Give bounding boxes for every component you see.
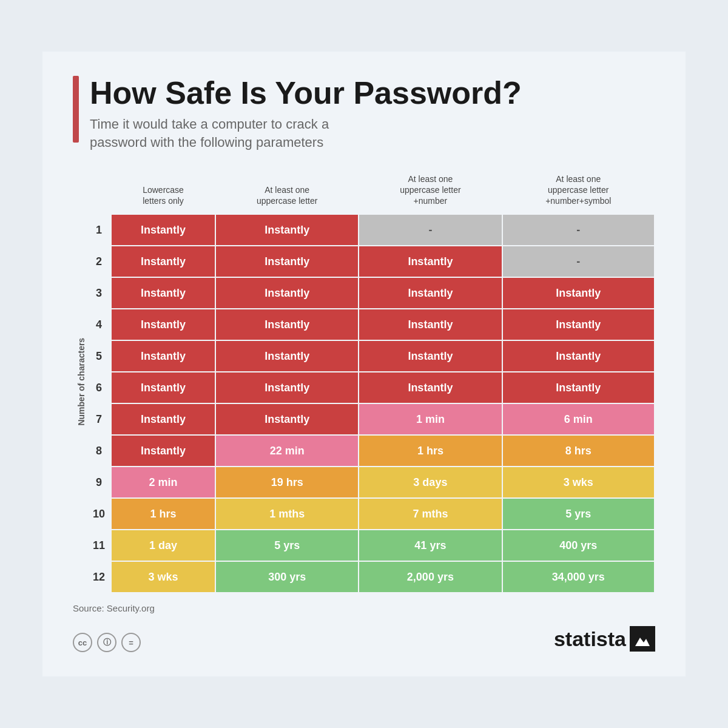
cell-r6-c2: Instantly xyxy=(215,372,359,403)
cell-r2-c1: Instantly xyxy=(111,246,215,277)
cell-r10-c2: 1 mths xyxy=(215,498,359,530)
cell-r8-c4: 8 hrs xyxy=(502,435,655,467)
cell-r9-c2: 19 hrs xyxy=(215,467,359,498)
cell-r9-c1: 2 min xyxy=(111,467,215,498)
cell-r3-c2: Instantly xyxy=(215,277,359,309)
table-row: 1InstantlyInstantly-- xyxy=(87,214,655,246)
row-number: 11 xyxy=(87,530,111,561)
table-row: 4InstantlyInstantlyInstantlyInstantly xyxy=(87,309,655,340)
header-col4: At least oneuppercase letter+number+symb… xyxy=(502,170,655,215)
row-number: 3 xyxy=(87,277,111,309)
cell-r2-c3: Instantly xyxy=(359,246,502,277)
cell-r3-c4: Instantly xyxy=(502,277,655,309)
table-row: 7InstantlyInstantly1 min6 min xyxy=(87,403,655,435)
row-number: 7 xyxy=(87,403,111,435)
cell-r4-c4: Instantly xyxy=(502,309,655,340)
cell-r12-c4: 34,000 yrs xyxy=(502,561,655,593)
row-number: 2 xyxy=(87,246,111,277)
cell-r12-c1: 3 wks xyxy=(111,561,215,593)
svg-marker-0 xyxy=(635,638,650,646)
cell-r10-c4: 5 yrs xyxy=(502,498,655,530)
row-number: 9 xyxy=(87,467,111,498)
red-accent-bar xyxy=(73,76,79,143)
title-text: How Safe Is Your Password? Time it would… xyxy=(90,76,522,152)
cell-r1-c1: Instantly xyxy=(111,214,215,246)
table-row: 101 hrs1 mths7 mths5 yrs xyxy=(87,498,655,530)
cell-r10-c1: 1 hrs xyxy=(111,498,215,530)
password-table: Lowercaseletters only At least oneupperc… xyxy=(86,170,655,594)
cc-attribution-icon: ⓘ xyxy=(97,633,116,652)
cell-r8-c2: 22 min xyxy=(215,435,359,467)
table-row: 2InstantlyInstantlyInstantly- xyxy=(87,246,655,277)
table-section: Number of characters Lowercaseletters on… xyxy=(73,170,655,594)
header-chars xyxy=(87,170,111,215)
cc-icon: cc xyxy=(73,633,92,652)
table-wrapper: Lowercaseletters only At least oneupperc… xyxy=(86,170,655,594)
row-number: 10 xyxy=(87,498,111,530)
cell-r6-c3: Instantly xyxy=(359,372,502,403)
cell-r4-c2: Instantly xyxy=(215,309,359,340)
y-axis-label: Number of characters xyxy=(73,170,86,594)
table-row: 111 day5 yrs41 yrs400 yrs xyxy=(87,530,655,561)
cell-r10-c3: 7 mths xyxy=(359,498,502,530)
cell-r1-c2: Instantly xyxy=(215,214,359,246)
cell-r6-c1: Instantly xyxy=(111,372,215,403)
title-block: How Safe Is Your Password? Time it would… xyxy=(73,76,655,152)
row-number: 8 xyxy=(87,435,111,467)
cell-r8-c3: 1 hrs xyxy=(359,435,502,467)
header-col3: At least oneuppercase letter+number xyxy=(359,170,502,215)
header-col1: Lowercaseletters only xyxy=(111,170,215,215)
cell-r1-c4: - xyxy=(502,214,655,246)
row-number: 4 xyxy=(87,309,111,340)
cell-r2-c2: Instantly xyxy=(215,246,359,277)
statista-text: statista xyxy=(554,627,626,651)
table-row: 6InstantlyInstantlyInstantlyInstantly xyxy=(87,372,655,403)
statista-logo: statista xyxy=(554,626,655,652)
statista-icon xyxy=(630,626,655,652)
cell-r7-c1: Instantly xyxy=(111,403,215,435)
header-col2: At least oneuppercase letter xyxy=(215,170,359,215)
cell-r5-c4: Instantly xyxy=(502,340,655,372)
cell-r4-c1: Instantly xyxy=(111,309,215,340)
row-number: 6 xyxy=(87,372,111,403)
source-text: Source: Security.org xyxy=(73,603,655,613)
cell-r7-c3: 1 min xyxy=(359,403,502,435)
cell-r11-c4: 400 yrs xyxy=(502,530,655,561)
table-row: 8Instantly22 min1 hrs8 hrs xyxy=(87,435,655,467)
cell-r4-c3: Instantly xyxy=(359,309,502,340)
cell-r9-c4: 3 wks xyxy=(502,467,655,498)
main-title: How Safe Is Your Password? xyxy=(90,76,522,110)
cc-noderivs-icon: = xyxy=(121,633,141,652)
cell-r11-c2: 5 yrs xyxy=(215,530,359,561)
infographic-card: How Safe Is Your Password? Time it would… xyxy=(42,52,686,676)
cell-r5-c2: Instantly xyxy=(215,340,359,372)
cell-r9-c3: 3 days xyxy=(359,467,502,498)
bottom-section: Source: Security.org cc ⓘ = statista xyxy=(73,603,655,652)
table-row: 123 wks300 yrs2,000 yrs34,000 yrs xyxy=(87,561,655,593)
cell-r7-c4: 6 min xyxy=(502,403,655,435)
row-number: 5 xyxy=(87,340,111,372)
table-body: 1InstantlyInstantly--2InstantlyInstantly… xyxy=(87,214,655,593)
row-number: 12 xyxy=(87,561,111,593)
cell-r5-c3: Instantly xyxy=(359,340,502,372)
cc-icons: cc ⓘ = xyxy=(73,633,141,652)
cell-r11-c1: 1 day xyxy=(111,530,215,561)
subtitle: Time it would take a computer to crack a… xyxy=(90,115,522,151)
table-row: 3InstantlyInstantlyInstantlyInstantly xyxy=(87,277,655,309)
row-number: 1 xyxy=(87,214,111,246)
cell-r6-c4: Instantly xyxy=(502,372,655,403)
cell-r8-c1: Instantly xyxy=(111,435,215,467)
cell-r2-c4: - xyxy=(502,246,655,277)
cell-r5-c1: Instantly xyxy=(111,340,215,372)
table-row: 5InstantlyInstantlyInstantlyInstantly xyxy=(87,340,655,372)
cell-r12-c3: 2,000 yrs xyxy=(359,561,502,593)
cell-r12-c2: 300 yrs xyxy=(215,561,359,593)
cell-r11-c3: 41 yrs xyxy=(359,530,502,561)
cell-r3-c3: Instantly xyxy=(359,277,502,309)
cell-r7-c2: Instantly xyxy=(215,403,359,435)
table-row: 92 min19 hrs3 days3 wks xyxy=(87,467,655,498)
footer: cc ⓘ = statista xyxy=(73,625,655,652)
cell-r1-c3: - xyxy=(359,214,502,246)
table-header: Lowercaseletters only At least oneupperc… xyxy=(87,170,655,215)
cell-r3-c1: Instantly xyxy=(111,277,215,309)
